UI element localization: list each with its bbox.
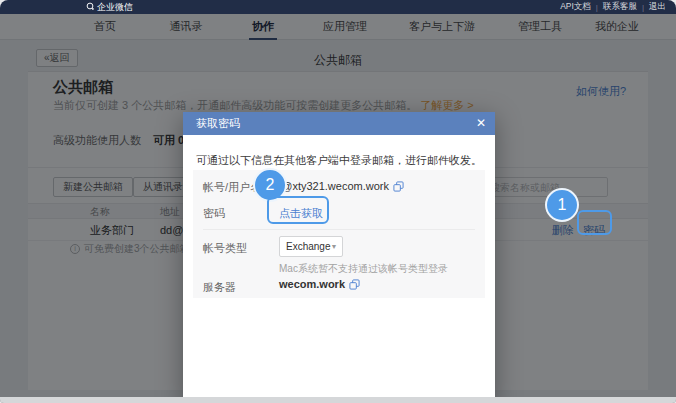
modal-intro: 可通过以下信息在其他客户端中登录邮箱，进行邮件收发。 <box>196 153 482 168</box>
divider <box>203 229 475 230</box>
step-2-highlight-box <box>267 196 329 224</box>
modal-header: 获取密码 ✕ <box>183 112 495 135</box>
wecom-logo-icon <box>86 2 94 12</box>
credentials-box: 帐号/用户名 dd@xty321.wecom.work 密码 点击获取 帐号类型… <box>193 170 485 298</box>
server-value: wecom.work <box>279 278 360 290</box>
chevron-down-icon: ▼ <box>330 243 337 250</box>
copy-icon[interactable] <box>393 181 404 192</box>
api-docs-link[interactable]: API文档 <box>560 1 591 13</box>
password-label: 密码 <box>203 206 225 221</box>
brand: 企业微信 <box>86 0 133 14</box>
topbar-links: API文档 | 联系客服 | 退出 <box>560 0 666 14</box>
topbar: 企业微信 API文档 | 联系客服 | 退出 <box>0 0 676 14</box>
account-type-note: Mac系统暂不支持通过该帐号类型登录 <box>279 262 448 276</box>
server-value-text: wecom.work <box>279 278 345 290</box>
wecom-admin-window: 企业微信 API文档 | 联系客服 | 退出 首页 通讯录 协作 应用管理 客户… <box>0 0 676 403</box>
get-password-modal: 获取密码 ✕ 可通过以下信息在其他客户端中登录邮箱，进行邮件收发。 帐号/用户名… <box>183 112 495 403</box>
step-1-highlight-box <box>577 210 612 235</box>
step-1-badge: 1 <box>545 188 579 222</box>
account-type-label: 帐号类型 <box>203 241 247 256</box>
brand-label: 企业微信 <box>97 1 133 14</box>
divider: | <box>642 3 644 12</box>
copy-icon[interactable] <box>349 279 360 290</box>
logout-link[interactable]: 退出 <box>649 1 666 13</box>
account-type-select[interactable]: Exchange ▼ <box>279 236 343 257</box>
account-type-value: Exchange <box>286 241 330 252</box>
close-icon[interactable]: ✕ <box>476 112 486 135</box>
server-label: 服务器 <box>203 280 236 295</box>
window-bottom-edge <box>0 397 676 403</box>
modal-title: 获取密码 <box>196 117 240 129</box>
divider: | <box>596 3 598 12</box>
contact-support-link[interactable]: 联系客服 <box>603 1 637 13</box>
account-value-text: dd@xty321.wecom.work <box>269 180 389 192</box>
account-value: dd@xty321.wecom.work <box>269 180 404 192</box>
